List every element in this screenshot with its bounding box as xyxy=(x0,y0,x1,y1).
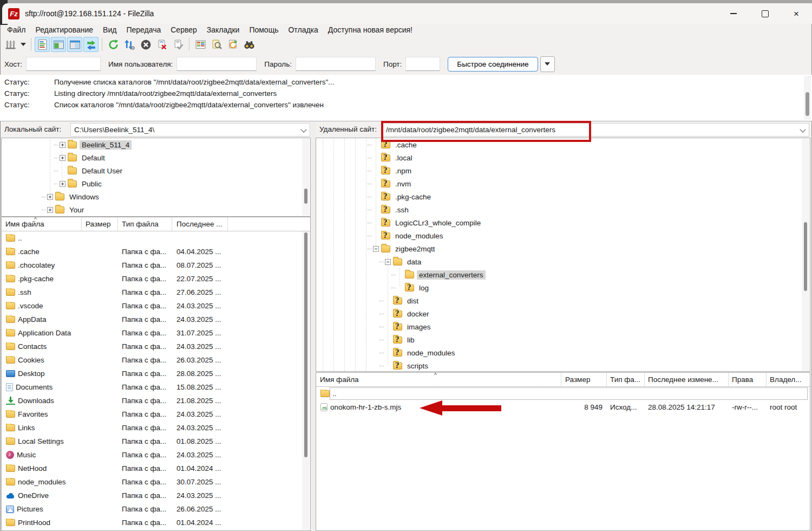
file-row[interactable]: .. xyxy=(2,231,310,245)
menu-item[interactable]: Отладка xyxy=(283,24,323,35)
menu-item[interactable]: Помощь xyxy=(244,24,283,35)
file-row[interactable]: Links Папка с фа... 24.03.2025 ... xyxy=(2,421,310,435)
tree-item[interactable]: node_modules xyxy=(316,346,810,359)
menu-item[interactable]: Доступна новая версия! xyxy=(323,24,417,35)
file-row[interactable]: .vscode Папка с фа... 24.03.2025 ... xyxy=(2,299,310,313)
column-header[interactable]: Владел... xyxy=(767,373,810,386)
menu-item[interactable]: Сервер xyxy=(166,24,202,35)
menu-item[interactable]: Редактирование xyxy=(30,24,98,35)
message-log-toggle-button[interactable] xyxy=(35,37,50,52)
column-header[interactable]: Размер xyxy=(82,217,118,231)
tree-item[interactable]: .ssh xyxy=(316,203,810,216)
tree-item[interactable]: Default User xyxy=(2,164,310,177)
tree-expander-icon[interactable] xyxy=(60,155,66,161)
remote-tree-scrollbar[interactable] xyxy=(802,139,809,371)
file-row[interactable]: Documents Папка с фа... 15.08.2025 ... xyxy=(2,380,310,394)
synchronized-browsing-button[interactable] xyxy=(225,37,240,52)
file-row[interactable]: onokom-hr-1-zb-s.mjs 8 949 Исход... 28.0… xyxy=(316,400,810,414)
file-row[interactable]: Cookies Папка с фа... 26.03.2025 ... xyxy=(2,353,310,367)
file-row[interactable]: Music Папка с фа... 24.03.2025 ... xyxy=(2,448,310,462)
transfer-queue-toggle-button[interactable] xyxy=(83,37,99,52)
local-tree-scrollbar-thumb[interactable] xyxy=(304,189,307,204)
panel-splitter[interactable] xyxy=(311,122,316,531)
chevron-down-icon[interactable] xyxy=(300,126,306,132)
local-list-scrollbar[interactable] xyxy=(302,231,310,530)
cancel-button[interactable] xyxy=(138,37,153,52)
tree-item[interactable]: Your xyxy=(2,203,310,216)
file-row[interactable]: Contacts Папка с фа... 24.03.2025 ... xyxy=(2,340,310,353)
menu-item[interactable]: Передача xyxy=(121,24,166,35)
site-manager-button[interactable] xyxy=(3,37,18,52)
tree-item[interactable]: dist xyxy=(316,294,810,307)
tree-item[interactable]: external_converters xyxy=(316,268,810,281)
tree-item[interactable]: Windows xyxy=(2,190,310,203)
remote-tree-scrollbar-thumb[interactable] xyxy=(804,222,807,291)
remote-tree-toggle-button[interactable] xyxy=(67,37,82,52)
file-row[interactable]: NetHood Папка с фа... 01.04.2024 ... xyxy=(2,462,310,475)
minimize-button[interactable] xyxy=(718,3,749,24)
tree-item[interactable]: images xyxy=(316,320,810,333)
local-list-scrollbar-thumb[interactable] xyxy=(304,232,307,457)
tree-item[interactable]: .nvm xyxy=(316,177,810,190)
tree-expander-icon[interactable] xyxy=(373,246,379,252)
tree-item[interactable]: node_modules xyxy=(316,229,810,242)
file-row[interactable]: Application Data Папка с фа... 31.07.202… xyxy=(2,326,310,340)
port-input[interactable] xyxy=(405,57,440,71)
file-row[interactable]: PrintHood Папка с фа... 01.04.2024 ... xyxy=(2,516,310,529)
tree-item[interactable]: scripts xyxy=(316,359,810,372)
chevron-down-icon[interactable] xyxy=(800,126,806,132)
tree-expander-icon[interactable] xyxy=(60,181,66,187)
tree-expander-icon[interactable] xyxy=(60,142,66,148)
site-manager-dropdown-button[interactable] xyxy=(18,37,28,52)
tree-item[interactable]: .local xyxy=(316,151,810,164)
tree-item[interactable]: zigbee2mqtt xyxy=(316,242,810,255)
password-input[interactable] xyxy=(296,57,376,71)
tree-item[interactable]: .npm xyxy=(316,164,810,177)
tree-item[interactable]: LogicCLr3_whole_compile xyxy=(316,216,810,229)
status-log-scrollbar[interactable] xyxy=(804,76,811,120)
tree-expander-icon[interactable] xyxy=(47,194,53,200)
column-header[interactable]: Права xyxy=(729,373,767,386)
file-row[interactable]: OneDrive Папка с фа... 24.03.2025 ... xyxy=(2,489,310,502)
tree-item[interactable]: .pkg-cache xyxy=(316,190,810,203)
file-row[interactable]: .pkg-cache Папка с фа... 22.07.2025 ... xyxy=(2,272,310,286)
column-header[interactable]: Размер xyxy=(561,373,607,386)
file-row[interactable]: AppData Папка с фа... 24.03.2025 ... xyxy=(2,313,310,326)
column-header[interactable]: Тип файла xyxy=(118,217,172,231)
tree-expander-icon[interactable] xyxy=(385,259,391,265)
username-input[interactable] xyxy=(176,57,257,71)
disconnect-button[interactable] xyxy=(154,37,169,52)
find-files-button[interactable] xyxy=(241,37,257,52)
tree-item[interactable]: docker xyxy=(316,307,810,320)
tree-item[interactable]: log xyxy=(316,281,810,294)
file-row[interactable]: .chocolatey Папка с фа... 08.07.2025 ... xyxy=(2,258,310,272)
tree-item[interactable]: data xyxy=(316,255,810,268)
tree-item[interactable]: Default xyxy=(2,151,310,164)
reconnect-button[interactable] xyxy=(171,37,186,52)
file-row[interactable]: Desktop Папка с фа... 28.08.2025 ... xyxy=(2,367,310,380)
menu-item[interactable]: Закладки xyxy=(202,24,245,35)
close-button[interactable]: × xyxy=(781,3,812,24)
tree-expander-icon[interactable] xyxy=(47,207,53,213)
status-log-scrollbar-thumb[interactable] xyxy=(806,92,809,116)
tree-item[interactable]: Beelink_511_4 xyxy=(2,138,310,151)
tree-item[interactable]: lib xyxy=(316,333,810,346)
host-input[interactable] xyxy=(26,57,101,71)
local-tree-toggle-button[interactable] xyxy=(51,37,66,52)
maximize-button[interactable] xyxy=(749,3,781,24)
refresh-button[interactable] xyxy=(106,37,121,52)
quickconnect-button[interactable]: Быстрое соединение xyxy=(448,57,538,72)
tree-item[interactable]: Public xyxy=(2,177,310,190)
file-row[interactable]: .. xyxy=(316,387,810,400)
filename-filters-button[interactable] xyxy=(209,37,224,52)
file-row[interactable]: .cache Папка с фа... 04.04.2025 ... xyxy=(2,245,310,258)
local-site-combobox[interactable]: C:\Users\Beelink_511_4\ xyxy=(70,123,310,137)
column-header[interactable]: Имя файла xyxy=(2,217,82,231)
column-header[interactable]: Последнее измене... xyxy=(645,373,729,386)
file-row[interactable]: Downloads Папка с фа... 21.08.2025 ... xyxy=(2,394,310,407)
directory-comparison-button[interactable] xyxy=(193,37,208,52)
column-header[interactable]: Тип фа... xyxy=(607,373,645,386)
process-queue-button[interactable] xyxy=(122,37,137,52)
file-row[interactable]: node_modules Папка с фа... 30.07.2025 ..… xyxy=(2,475,310,489)
file-row[interactable]: Pictures Папка с фа... 26.06.2025 ... xyxy=(2,502,310,516)
